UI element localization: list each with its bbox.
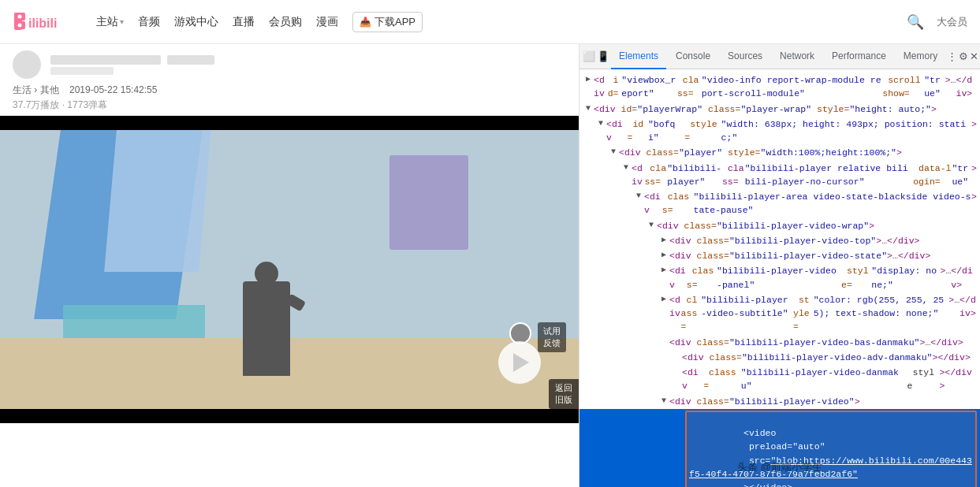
- expand-arrow-icon[interactable]: ▶: [583, 73, 594, 85]
- svg-text:ilibili: ilibili: [28, 17, 57, 30]
- play-button[interactable]: [498, 341, 541, 384]
- tab-elements[interactable]: Elements: [611, 44, 666, 69]
- tree-line[interactable]: ▶ <div id="viewbox_report" class="video-…: [579, 72, 980, 102]
- tree-line[interactable]: ▼ <div class="bilibili-player-area video…: [579, 189, 980, 218]
- video-scene: 试用 反馈 返回 旧版: [0, 116, 579, 423]
- expand-arrow-icon[interactable]: ▼: [583, 102, 594, 114]
- user-info: [50, 55, 214, 75]
- tree-line[interactable]: <div class="bilibili-player-video-bas-da…: [579, 335, 980, 350]
- black-bar-top: [0, 116, 579, 130]
- follow-placeholder: [167, 55, 214, 65]
- inspect-element-icon[interactable]: ⬜: [583, 47, 595, 66]
- elements-tree: ▶ <div id="viewbox_report" class="video-…: [579, 69, 980, 487]
- tree-line[interactable]: ▶ <div class="bilibili-player-video-top"…: [579, 233, 980, 248]
- devtools-panel: ⬜ 📱 Elements Console Sources Network Per…: [579, 44, 980, 487]
- main-area: 生活 › 其他 2019-05-22 15:42:55 37.7万播放 · 17…: [0, 44, 980, 487]
- tree-line[interactable]: ▼ <div class="player" style="width:100%;…: [579, 145, 980, 160]
- tree-line[interactable]: ▶ <div class="bilibili-player-video-stat…: [579, 248, 980, 263]
- sub-placeholder: [50, 67, 114, 75]
- tab-console[interactable]: Console: [668, 44, 718, 69]
- play-triangle-icon: [513, 353, 529, 372]
- video-bg: 试用 反馈 返回 旧版: [0, 116, 579, 423]
- return-old-version-badge[interactable]: 返回 旧版: [549, 379, 579, 409]
- nav-manga[interactable]: 漫画: [316, 15, 338, 29]
- download-app-button[interactable]: 📥 下载APP: [352, 12, 423, 32]
- search-icon[interactable]: 🔍: [907, 13, 924, 31]
- expand-arrow-icon[interactable]: ▼: [595, 117, 606, 129]
- tree-line[interactable]: ▼ <div class="bilibili-player" class="bi…: [579, 161, 980, 190]
- username-placeholder: [50, 55, 161, 65]
- top-navigation: ilibili 主站 ▾ 音频 游戏中心 直播 会员购 漫画 📥 下载APP 🔍: [0, 0, 980, 44]
- video-panel: 生活 › 其他 2019-05-22 15:42:55 37.7万播放 · 17…: [0, 44, 579, 487]
- expand-arrow-icon[interactable]: ▼: [658, 395, 669, 407]
- user-vip-label[interactable]: 大会员: [937, 15, 967, 29]
- nav-audio[interactable]: 音频: [138, 15, 160, 29]
- expand-arrow-icon[interactable]: ▶: [658, 234, 669, 246]
- shape-light-blue-1: [104, 130, 211, 272]
- expand-arrow-icon[interactable]: ▼: [646, 219, 657, 231]
- main-nav: 主站 ▾ 音频 游戏中心 直播 会员购 漫画 📥 下载APP: [96, 12, 423, 32]
- video-container: 试用 反馈 返回 旧版: [0, 116, 579, 423]
- expand-arrow-icon[interactable]: ▶: [658, 249, 669, 261]
- nav-member[interactable]: 会员购: [269, 15, 302, 29]
- tab-memory[interactable]: Memory: [896, 44, 945, 69]
- nav-home[interactable]: 主站 ▾: [96, 15, 124, 29]
- expand-arrow-icon[interactable]: ▼: [620, 162, 632, 173]
- user-name-bar: [50, 55, 214, 65]
- devtools-tabs-bar: ⬜ 📱 Elements Console Sources Network Per…: [579, 44, 980, 69]
- bilibili-logo[interactable]: ilibili: [13, 9, 84, 35]
- svg-point-3: [18, 14, 22, 18]
- tab-network[interactable]: Network: [772, 44, 822, 69]
- video-category: 生活 › 其他 2019-05-22 15:42:55: [13, 84, 566, 97]
- expand-arrow-icon[interactable]: ▶: [658, 264, 669, 276]
- home-chevron-icon: ▾: [120, 17, 124, 26]
- more-tabs-icon[interactable]: ⋮: [947, 47, 957, 66]
- nav-live[interactable]: 直播: [233, 15, 255, 29]
- tree-line[interactable]: ▼ <div id="playerWrap" class="player-wra…: [579, 102, 980, 117]
- nav-game[interactable]: 游戏中心: [174, 15, 218, 29]
- tree-line[interactable]: ▼ <div class="bilibili-player-video" >: [579, 394, 980, 409]
- tab-performance[interactable]: Performance: [824, 44, 894, 69]
- search-area: 🔍: [907, 13, 924, 31]
- settings-icon[interactable]: ⚙: [959, 47, 968, 66]
- shape-purple: [389, 155, 468, 250]
- person-body: [243, 281, 290, 376]
- video-meta: 生活 › 其他 2019-05-22 15:42:55 37.7万播放 · 17…: [0, 44, 579, 116]
- tree-line[interactable]: <div class="bilibili-player-video-adv-da…: [579, 350, 980, 365]
- expand-arrow-icon[interactable]: ▼: [608, 146, 619, 158]
- user-row: [13, 50, 566, 79]
- tree-line[interactable]: ▶ <div class="bilibili-player-video-pane…: [579, 263, 980, 292]
- device-toolbar-icon[interactable]: 📱: [597, 47, 609, 66]
- tree-line[interactable]: ▶ <div class="bilibili-player-video-subt…: [579, 292, 980, 335]
- tree-line-video-selected[interactable]: <video preload="auto" src="blob:https://…: [579, 409, 980, 487]
- svg-point-4: [18, 23, 22, 27]
- video-stats: 37.7万播放 · 1773弹幕: [13, 99, 566, 112]
- tab-sources[interactable]: Sources: [720, 44, 770, 69]
- tree-line[interactable]: <div class="bilibili-player-video-danmak…: [579, 365, 980, 394]
- tree-line[interactable]: ▼ <div id="bofqi" style="width: 638px; h…: [579, 117, 980, 146]
- expand-arrow-icon[interactable]: ▼: [633, 190, 644, 202]
- expand-arrow-icon[interactable]: ▶: [658, 293, 669, 305]
- avatar: [13, 50, 41, 79]
- black-bar-bottom: [0, 409, 579, 423]
- close-devtools-icon[interactable]: ✕: [970, 47, 978, 66]
- trial-feedback-badge[interactable]: 试用 反馈: [538, 322, 566, 352]
- tree-line[interactable]: ▼ <div class="bilibili-player-video-wrap…: [579, 218, 980, 233]
